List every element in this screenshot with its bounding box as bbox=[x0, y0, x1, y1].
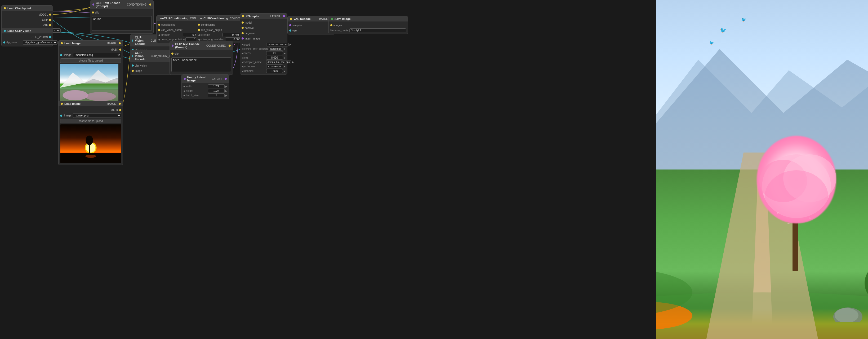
denoise-value[interactable]: 1.000 bbox=[266, 69, 283, 73]
clip-vision-out-in-label-1: clip_vision_output bbox=[161, 29, 183, 32]
clip-vision-out-in-port-2[interactable] bbox=[198, 29, 200, 31]
cfg-value[interactable]: 8.000 bbox=[266, 56, 283, 60]
node-dot bbox=[172, 45, 174, 47]
image-select-row-1: image mountains.png bbox=[59, 52, 123, 58]
bird-1: 🐦 bbox=[720, 27, 726, 33]
vae-decode-body: samples vae bbox=[288, 22, 335, 34]
steps-value[interactable]: 26 bbox=[266, 51, 283, 55]
filename-input[interactable] bbox=[349, 28, 406, 32]
batch-value[interactable]: 1 bbox=[208, 93, 225, 97]
choose-file-btn-1[interactable]: choose file to upload bbox=[60, 58, 121, 63]
image-select-1[interactable]: mountains.png bbox=[73, 53, 121, 57]
vae-out-port[interactable] bbox=[49, 24, 51, 26]
latent-in-port[interactable] bbox=[242, 37, 244, 39]
choose-file-btn-2[interactable]: choose file to upload bbox=[60, 119, 121, 123]
image-select-2[interactable]: sunset.png bbox=[73, 113, 121, 118]
positive-in-port[interactable] bbox=[242, 27, 244, 29]
mask-out-port-2[interactable] bbox=[119, 109, 121, 111]
clip-name-in-port[interactable] bbox=[3, 41, 5, 44]
steps-label: steps bbox=[244, 52, 266, 55]
image-out-port-2[interactable] bbox=[119, 103, 121, 105]
samples-in-port[interactable] bbox=[289, 24, 291, 26]
clip-name-select[interactable]: clip_vision_g.safetensors bbox=[23, 40, 58, 45]
rock-svg bbox=[832, 301, 864, 322]
latent-out-port[interactable] bbox=[283, 15, 285, 17]
conditioning-out-port[interactable] bbox=[149, 3, 151, 6]
seed-row: ◀ seed 133632471276133 ▶ bbox=[240, 43, 287, 47]
ksampler-body: model positive negative latent_image ◀ s… bbox=[240, 19, 287, 74]
mask-out-port-1[interactable] bbox=[119, 49, 121, 51]
clip-in-label-1: clip bbox=[95, 11, 99, 14]
control-value[interactable]: randomize bbox=[269, 47, 283, 51]
clip-in-row-2: clip bbox=[170, 51, 233, 56]
sunset-thumb bbox=[60, 124, 121, 163]
noise-left-arrow-2[interactable]: ◀ bbox=[198, 38, 200, 41]
clip-in-label-2: clip bbox=[175, 52, 179, 55]
clip-vision-out-in-port-1[interactable] bbox=[158, 29, 160, 31]
width-label: width bbox=[186, 85, 207, 88]
clip-vision-in-label-2: clip_vision bbox=[135, 64, 147, 67]
node-dot bbox=[4, 30, 6, 32]
node-vae-decode: VAE Decode IMAGE samples vae bbox=[287, 16, 335, 34]
samples-in-row: samples bbox=[288, 23, 335, 28]
model-output-row: MODEL bbox=[2, 12, 53, 17]
image-out-port-1[interactable] bbox=[119, 42, 121, 44]
clip-in-port-2[interactable] bbox=[172, 53, 174, 55]
seed-left[interactable]: ◀ bbox=[242, 43, 243, 46]
image-in-port-cv2[interactable] bbox=[132, 70, 134, 72]
model-port[interactable] bbox=[49, 13, 51, 16]
batch-row: ◀ batch_size 1 ▶ bbox=[182, 93, 229, 97]
svg-point-11 bbox=[86, 136, 93, 145]
load-clip-vision-title: Load CLIP Vision bbox=[7, 29, 31, 32]
load-clip-vision-body: CLIP_VISION clip_name clip_vision_g.safe… bbox=[2, 33, 53, 46]
empty-latent-header: Empty Latent Image LATENT bbox=[182, 75, 229, 83]
width-value[interactable]: 1024 bbox=[208, 84, 225, 88]
strength-left-arrow-2[interactable]: ◀ bbox=[198, 34, 200, 36]
conditioning-out-port-2[interactable] bbox=[228, 45, 231, 47]
node-clip-text-encode-2: CLIP Text Encode (Prompt) CONDITIONING c… bbox=[169, 41, 233, 75]
seed-value[interactable]: 133632471276133 bbox=[266, 43, 289, 47]
vae-in-port[interactable] bbox=[289, 29, 291, 32]
height-value[interactable]: 1024 bbox=[208, 89, 225, 93]
clip-vision-2-title: CLIP Vision Encode bbox=[135, 51, 149, 61]
cond-in-port-1[interactable] bbox=[158, 24, 160, 26]
cond-in-port-2[interactable] bbox=[198, 24, 200, 26]
image-in-port-1[interactable] bbox=[60, 54, 62, 56]
load-image-2-header: Load Image IMAGE bbox=[59, 101, 123, 106]
sampler-label: sampler_name bbox=[244, 61, 266, 64]
negative-in-row: negative bbox=[240, 30, 287, 36]
latent-in-label: latent_image bbox=[245, 37, 260, 40]
seed-right[interactable]: ▶ bbox=[289, 43, 291, 46]
latent-out-port-el[interactable] bbox=[225, 78, 227, 80]
denoise-row: ◀ denoise 1.000 ▶ bbox=[240, 69, 287, 73]
latent-in-row: latent_image bbox=[240, 36, 287, 41]
negative-in-port[interactable] bbox=[242, 32, 244, 34]
sampler-value[interactable]: dpmpp_3m_sde_gpu bbox=[266, 60, 291, 64]
image-in-port-2[interactable] bbox=[60, 115, 62, 117]
svg-point-12 bbox=[86, 154, 96, 158]
cond-in-label-1: conditioning bbox=[161, 23, 175, 26]
height-row: ◀ height 1024 ▶ bbox=[182, 89, 229, 93]
cherry-tree bbox=[757, 138, 836, 271]
unclipcond-2-title: unCLIPConditioning bbox=[200, 17, 228, 20]
filename-prefix-field: filename_prefix bbox=[329, 28, 408, 33]
clip-out-label: CLIP bbox=[42, 19, 48, 22]
clip-text-1-textarea[interactable]: anime bbox=[92, 16, 152, 31]
clip-out-port[interactable] bbox=[49, 19, 51, 21]
load-image-1-body: MASK image mountains.png choose file to … bbox=[59, 46, 123, 107]
image-in-label-cv2: image bbox=[135, 69, 142, 73]
clip-vision-in-port-2[interactable] bbox=[132, 64, 134, 66]
model-in-port[interactable] bbox=[242, 22, 244, 24]
scheduler-value[interactable]: exponential bbox=[266, 64, 283, 68]
clip-in-port-1[interactable] bbox=[92, 11, 94, 13]
latent-out-label: LATENT bbox=[270, 15, 280, 18]
strength-left-arrow-1[interactable]: ◀ bbox=[158, 34, 160, 36]
clip-vision-out-port[interactable] bbox=[49, 36, 51, 38]
noise-left-arrow-1[interactable]: ◀ bbox=[158, 38, 160, 41]
strength-label-2: strength bbox=[200, 33, 222, 36]
positive-in-label: positive bbox=[245, 27, 254, 29]
clip-text-2-textarea[interactable]: text, watermark bbox=[172, 57, 231, 72]
images-in-port[interactable] bbox=[330, 24, 333, 26]
sampler-row: ◀ sampler_name dpmpp_3m_sde_gpu ▶ bbox=[240, 60, 287, 64]
node-load-image-1: Load Image IMAGE MASK image mountains.pn… bbox=[58, 40, 123, 107]
